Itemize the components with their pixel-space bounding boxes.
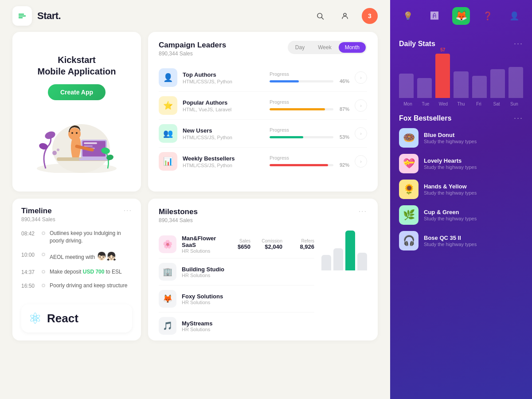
sidebar-icon-bulb[interactable]: 💡 bbox=[399, 7, 417, 25]
bestseller-name: Hands & Yellow bbox=[424, 183, 523, 190]
row-info: Popular Authors HTML, VueJS, Laravel bbox=[183, 99, 264, 112]
stats-bar-wrap-4 bbox=[472, 69, 487, 98]
stats-bar-5 bbox=[490, 69, 505, 98]
milestone-rows: 🌸 Man&Flower SaaS HR Solutions Sales $65… bbox=[159, 231, 314, 339]
search-icon[interactable] bbox=[312, 8, 328, 24]
refers-label: Refers bbox=[288, 239, 314, 243]
sidebar-icon-help[interactable]: ❓ bbox=[479, 7, 497, 25]
milestone-icon: 🎵 bbox=[159, 317, 176, 335]
bestseller-info: Cup & Green Study the highway types bbox=[424, 209, 523, 221]
row-tech: HTML, VueJS, Laravel bbox=[183, 107, 264, 112]
milestone-name: Foxy Solutions bbox=[182, 293, 314, 300]
milestone-name: Building Studio bbox=[182, 266, 314, 273]
campaign-row-0: 👤 Top Authors HTML/CSS/JS, Python Progre… bbox=[159, 64, 367, 92]
timeline-menu[interactable]: ··· bbox=[124, 207, 132, 215]
row-icon: 👤 bbox=[159, 68, 177, 87]
stats-peak-value: 57 bbox=[440, 47, 445, 52]
milestone-info: MyStreams HR Solutions bbox=[182, 320, 314, 332]
bestseller-info: Bose QC 35 II Study the highway types bbox=[424, 235, 523, 247]
row-info: Weekly Bestsellers HTML/CSS/JS, Python bbox=[183, 155, 264, 168]
bestseller-sub: Study the highway types bbox=[424, 164, 523, 170]
milestones-menu[interactable]: ··· bbox=[359, 207, 367, 215]
timeline-time: 08:42 bbox=[21, 230, 37, 237]
stats-bar-1 bbox=[417, 78, 432, 98]
milestones-card: Milestones 890,344 Sales ··· 🌸 Man&Flowe… bbox=[148, 199, 378, 340]
timeline-text: Outlines keep you Indulging in poorly dr… bbox=[50, 230, 132, 245]
row-name: New Users bbox=[183, 127, 264, 134]
timeline-header: Timeline 890,344 Sales ··· bbox=[21, 207, 132, 223]
timeline-item-0: 08:42 Outlines keep you Indulging in poo… bbox=[21, 230, 132, 245]
sidebar-icon-fox[interactable]: 🦊 bbox=[452, 7, 470, 25]
refers-value: 8,926 bbox=[288, 243, 314, 250]
notification-badge[interactable]: 3 bbox=[362, 8, 378, 24]
progress-pct: 46% bbox=[337, 78, 349, 84]
stats-header: Daily Stats ··· bbox=[399, 39, 523, 48]
sales-label: Sales bbox=[224, 239, 250, 243]
progress-bar-fill bbox=[270, 136, 303, 138]
row-chevron[interactable]: › bbox=[355, 127, 367, 140]
create-app-button[interactable]: Create App bbox=[48, 84, 106, 100]
svg-point-18 bbox=[71, 132, 73, 134]
row-chevron[interactable]: › bbox=[355, 71, 367, 84]
row-name: Weekly Bestsellers bbox=[183, 155, 264, 162]
timeline-item-3: 16:50 Poorly driving and keep structure bbox=[21, 282, 132, 289]
logo-icon bbox=[12, 6, 32, 26]
stats-bar-wrap-5 bbox=[490, 62, 505, 98]
progress-pct: 92% bbox=[337, 162, 349, 168]
stats-day-2: Wed bbox=[434, 102, 452, 106]
header: Start. 3 bbox=[0, 0, 390, 32]
bestseller-item-1: 💝 Lovely Hearts Study the highway types bbox=[399, 154, 523, 173]
bestseller-item-0: 🍩 Blue Donut Study the highway types bbox=[399, 128, 523, 148]
stats-more-icon[interactable]: ··· bbox=[514, 39, 523, 48]
timeline-dot bbox=[42, 253, 45, 256]
milestone-type: HR Solutions bbox=[182, 327, 314, 332]
row-chevron[interactable]: › bbox=[355, 99, 367, 112]
row-chevron[interactable]: › bbox=[355, 155, 367, 168]
progress-bar-fill bbox=[270, 108, 325, 110]
svg-point-22 bbox=[52, 151, 57, 155]
user-icon[interactable] bbox=[337, 8, 353, 24]
stats-bar-4 bbox=[472, 76, 487, 98]
progress-pct: 53% bbox=[337, 134, 349, 140]
row-icon: ⭐ bbox=[159, 96, 177, 115]
timeline-title-group: Timeline 890,344 Sales bbox=[21, 207, 55, 223]
bestseller-sub: Study the highway types bbox=[424, 242, 523, 247]
row-name: Top Authors bbox=[183, 71, 264, 78]
react-label: React bbox=[47, 312, 78, 325]
logo-text: Start. bbox=[37, 10, 61, 22]
timeline-text: AEOL meeting with 👦🏻👧🏻 bbox=[50, 251, 116, 262]
svg-point-9 bbox=[39, 142, 49, 151]
milestone-bar-2 bbox=[345, 231, 355, 270]
progress-bar-bg bbox=[270, 164, 333, 166]
timeline-dot bbox=[42, 284, 45, 287]
tab-day[interactable]: Day bbox=[289, 42, 311, 53]
illustration bbox=[32, 111, 121, 173]
milestone-bar-1 bbox=[333, 248, 343, 270]
tab-week[interactable]: Week bbox=[312, 42, 337, 53]
stats-bar-2 bbox=[435, 54, 450, 98]
kickstart-title: Kickstart Mobile Application bbox=[37, 54, 116, 77]
progress-bar-wrap: 92% bbox=[270, 162, 349, 168]
milestones-title-group: Milestones 890,344 Sales bbox=[159, 207, 198, 223]
stats-day-0: Mon bbox=[399, 102, 417, 106]
bestseller-name: Cup & Green bbox=[424, 209, 523, 215]
progress-label: Progress bbox=[270, 99, 349, 105]
milestone-refers: Refers 8,926 bbox=[288, 239, 314, 250]
progress-bar-bg bbox=[270, 108, 333, 110]
sidebar-icon-a[interactable]: 🅰 bbox=[426, 7, 443, 25]
sidebar-icon-user[interactable]: 👤 bbox=[505, 7, 523, 25]
milestone-row-1: 🏢 Building Studio HR Solutions bbox=[159, 258, 314, 286]
bestsellers-more-icon[interactable]: ··· bbox=[514, 113, 523, 123]
progress-bar-bg bbox=[270, 136, 333, 138]
timeline-item-1: 10:00 AEOL meeting with 👦🏻👧🏻 bbox=[21, 251, 132, 262]
progress-pct: 87% bbox=[337, 106, 349, 112]
milestone-chart bbox=[321, 231, 367, 270]
milestone-icon: 🦊 bbox=[159, 290, 176, 308]
timeline-text: Poorly driving and keep structure bbox=[50, 282, 127, 289]
tab-month[interactable]: Month bbox=[339, 42, 366, 53]
milestones-content: 🌸 Man&Flower SaaS HR Solutions Sales $65… bbox=[159, 231, 367, 339]
stats-day-1: Tue bbox=[417, 102, 434, 106]
svg-point-23 bbox=[57, 149, 59, 151]
bestseller-info: Blue Donut Study the highway types bbox=[424, 132, 523, 144]
campaign-header: Campaign Leaders 890,344 Sales Day Week … bbox=[159, 41, 367, 57]
